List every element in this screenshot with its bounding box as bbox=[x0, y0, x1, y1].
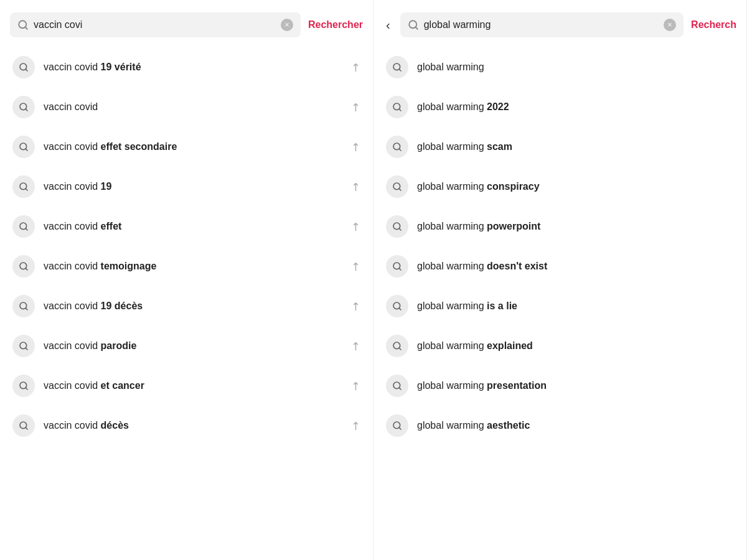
suggestion-text: vaccin covid et cancer bbox=[44, 380, 342, 391]
list-item[interactable]: vaccin covid et cancer↗ bbox=[0, 366, 373, 406]
list-item[interactable]: global warming doesn't exist bbox=[374, 246, 746, 286]
svg-line-19 bbox=[26, 388, 27, 390]
search-suggestion-icon bbox=[12, 255, 35, 278]
suggestion-text: vaccin covid 19 décès bbox=[44, 301, 342, 312]
suggestion-text: global warming scam bbox=[417, 141, 734, 152]
list-item[interactable]: global warming is a lie bbox=[374, 286, 746, 326]
list-item[interactable]: vaccin covid 19↗ bbox=[0, 167, 373, 207]
svg-line-21 bbox=[26, 427, 27, 429]
arrow-icon: ↗ bbox=[347, 298, 364, 314]
search-suggestion-icon bbox=[12, 215, 35, 238]
suggestion-text: global warming is a lie bbox=[417, 301, 734, 312]
svg-line-9 bbox=[26, 189, 27, 190]
suggestion-text: vaccin covid 19 bbox=[44, 181, 342, 192]
list-item[interactable]: vaccin covid 19 vérité↗ bbox=[0, 47, 373, 87]
svg-line-13 bbox=[26, 268, 27, 270]
search-suggestion-icon bbox=[12, 335, 35, 357]
left-search-input[interactable] bbox=[34, 19, 276, 30]
search-suggestion-icon bbox=[386, 255, 408, 278]
right-clear-button[interactable]: × bbox=[664, 19, 676, 31]
right-search-input-wrapper[interactable]: × bbox=[400, 12, 684, 37]
list-item[interactable]: vaccin covid↗ bbox=[0, 87, 373, 127]
search-suggestion-icon bbox=[12, 136, 35, 158]
suggestion-text: global warming 2022 bbox=[417, 101, 734, 113]
list-item[interactable]: vaccin covid parodie↗ bbox=[0, 326, 373, 366]
list-item[interactable]: vaccin covid temoignage↗ bbox=[0, 246, 373, 286]
arrow-icon: ↗ bbox=[347, 139, 364, 155]
suggestion-text: global warming bbox=[417, 62, 734, 73]
svg-line-11 bbox=[26, 228, 27, 230]
svg-line-5 bbox=[26, 109, 27, 111]
svg-line-33 bbox=[399, 228, 401, 230]
search-icon bbox=[408, 19, 419, 30]
arrow-icon: ↗ bbox=[347, 338, 364, 354]
search-suggestion-icon bbox=[386, 375, 408, 397]
svg-line-15 bbox=[26, 308, 27, 310]
suggestion-text: global warming powerpoint bbox=[417, 221, 734, 232]
suggestion-text: global warming explained bbox=[417, 340, 734, 352]
list-item[interactable]: global warming aesthetic bbox=[374, 406, 746, 446]
list-item[interactable]: global warming scam bbox=[374, 127, 746, 167]
left-clear-button[interactable]: × bbox=[281, 19, 293, 31]
right-rechercher-button[interactable]: Recherch bbox=[691, 19, 736, 30]
search-icon bbox=[17, 19, 29, 30]
search-suggestion-icon bbox=[12, 175, 35, 198]
svg-line-27 bbox=[399, 109, 401, 111]
list-item[interactable]: global warming presentation bbox=[374, 366, 746, 406]
arrow-icon: ↗ bbox=[347, 258, 364, 274]
right-panel: ‹ × Recherch global warmingglobal warmin… bbox=[374, 0, 747, 560]
arrow-icon: ↗ bbox=[347, 378, 364, 394]
left-rechercher-button[interactable]: Rechercher bbox=[308, 19, 363, 30]
svg-line-41 bbox=[399, 388, 401, 390]
svg-line-31 bbox=[399, 189, 401, 190]
svg-line-25 bbox=[399, 69, 401, 71]
arrow-icon: ↗ bbox=[347, 418, 364, 434]
search-suggestion-icon bbox=[12, 56, 35, 78]
suggestion-text: global warming conspiracy bbox=[417, 181, 734, 192]
svg-line-37 bbox=[399, 308, 401, 310]
left-suggestion-list: vaccin covid 19 vérité↗vaccin covid↗vacc… bbox=[0, 47, 373, 446]
list-item[interactable]: global warming bbox=[374, 47, 746, 87]
suggestion-text: global warming doesn't exist bbox=[417, 261, 734, 272]
search-suggestion-icon bbox=[12, 414, 35, 437]
search-suggestion-icon bbox=[386, 335, 408, 357]
list-item[interactable]: vaccin covid effet secondaire↗ bbox=[0, 127, 373, 167]
search-suggestion-icon bbox=[12, 375, 35, 397]
svg-line-1 bbox=[25, 27, 27, 29]
list-item[interactable]: vaccin covid effet↗ bbox=[0, 207, 373, 246]
svg-line-3 bbox=[26, 69, 27, 71]
suggestion-text: vaccin covid décès bbox=[44, 420, 342, 431]
arrow-icon: ↗ bbox=[347, 99, 364, 115]
left-search-input-wrapper[interactable]: × bbox=[10, 12, 301, 37]
list-item[interactable]: global warming powerpoint bbox=[374, 207, 746, 246]
svg-line-29 bbox=[399, 149, 401, 151]
right-suggestion-list: global warmingglobal warming 2022global … bbox=[374, 47, 746, 446]
arrow-icon: ↗ bbox=[347, 218, 364, 235]
search-suggestion-icon bbox=[386, 295, 408, 317]
suggestion-text: global warming presentation bbox=[417, 380, 734, 391]
svg-line-35 bbox=[399, 268, 401, 270]
list-item[interactable]: vaccin covid 19 décès↗ bbox=[0, 286, 373, 326]
svg-line-39 bbox=[399, 348, 401, 350]
suggestion-text: vaccin covid parodie bbox=[44, 340, 342, 352]
svg-line-43 bbox=[399, 427, 401, 429]
svg-line-7 bbox=[26, 149, 27, 151]
suggestion-text: vaccin covid effet bbox=[44, 221, 342, 232]
arrow-icon: ↗ bbox=[347, 179, 364, 195]
back-button[interactable]: ‹ bbox=[383, 18, 393, 32]
suggestion-text: vaccin covid temoignage bbox=[44, 261, 342, 272]
list-item[interactable]: global warming 2022 bbox=[374, 87, 746, 127]
right-search-input[interactable] bbox=[424, 19, 659, 30]
search-suggestion-icon bbox=[386, 136, 408, 158]
list-item[interactable]: global warming conspiracy bbox=[374, 167, 746, 207]
suggestion-text: vaccin covid 19 vérité bbox=[44, 62, 342, 73]
suggestion-text: vaccin covid effet secondaire bbox=[44, 141, 342, 152]
arrow-icon: ↗ bbox=[347, 59, 364, 75]
suggestion-text: vaccin covid bbox=[44, 101, 342, 113]
left-search-bar: × Rechercher bbox=[10, 12, 363, 37]
svg-line-23 bbox=[415, 27, 417, 29]
list-item[interactable]: global warming explained bbox=[374, 326, 746, 366]
search-suggestion-icon bbox=[386, 414, 408, 437]
list-item[interactable]: vaccin covid décès↗ bbox=[0, 406, 373, 446]
search-suggestion-icon bbox=[386, 175, 408, 198]
